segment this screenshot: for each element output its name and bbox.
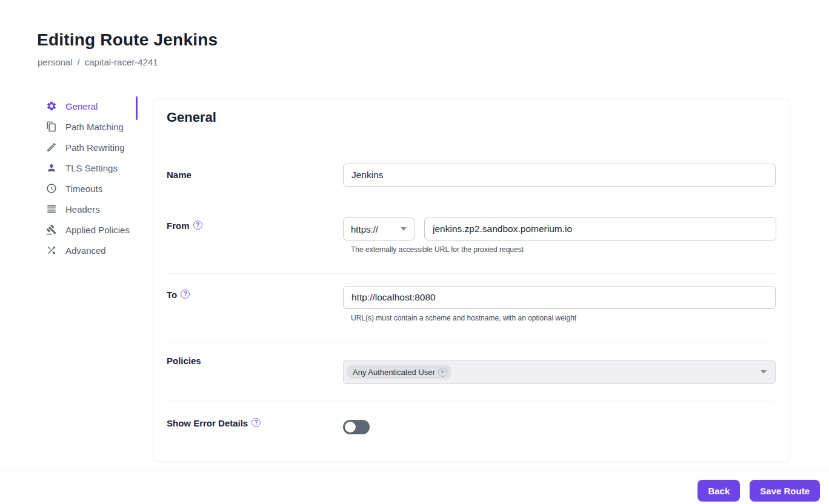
name-input[interactable] [343,164,776,187]
toggle-knob [345,422,356,433]
gavel-icon [46,224,57,235]
policies-label: Policies [167,356,336,366]
breadcrumb: personal / capital-racer-4241 [38,57,158,67]
policy-chip-label: Any Authenticated User [353,368,435,377]
pencil-icon [46,142,57,153]
sidebar-item-headers[interactable]: Headers [46,199,136,219]
breadcrumb-separator: / [78,57,80,67]
person-icon [46,162,57,173]
sidebar-item-label: Path Matching [65,122,124,132]
row-divider [167,342,776,342]
sidebar-active-indicator [136,96,138,120]
card-title: General [167,110,216,125]
edit-route-page: Editing Route Jenkins personal / capital… [0,0,829,504]
help-icon[interactable]: ? [251,418,261,427]
sidebar-item-label: Headers [65,204,100,214]
back-button[interactable]: Back [697,480,740,502]
show-error-details-label: Show Error Details? [167,418,336,428]
footer-actions: Back Save Route [697,480,820,502]
sidebar-item-label: Path Rewriting [65,142,125,153]
card-header: General [153,99,790,136]
to-input[interactable] [343,286,776,309]
sidebar-item-general[interactable]: General [46,96,136,116]
sidebar-item-path-matching[interactable]: Path Matching [46,116,136,137]
help-icon[interactable]: ? [181,290,190,299]
from-scheme-select[interactable]: https:// [343,217,414,240]
row-divider [167,400,776,400]
sidebar-item-label: Advanced [65,245,106,256]
from-scheme-value: https:// [351,224,378,234]
from-label: From? [167,220,336,231]
name-label: Name [167,170,336,180]
row-divider [167,205,776,205]
sidebar-item-label: TLS Settings [65,163,118,173]
settings-sidebar: General Path Matching Path Rewriting TLS… [46,96,136,260]
sidebar-item-applied-policies[interactable]: Applied Policies [46,219,136,240]
row-divider [167,273,776,274]
page-title: Editing Route Jenkins [37,30,218,50]
sidebar-item-tls-settings[interactable]: TLS Settings [46,158,136,178]
save-route-button[interactable]: Save Route [750,480,820,502]
sidebar-item-label: Applied Policies [65,225,130,235]
gear-icon [46,101,57,111]
breadcrumb-namespace[interactable]: personal [38,57,73,67]
general-settings-card: General Name From? https:// The external… [153,99,790,462]
chip-delete-icon[interactable]: ✕ [438,368,447,377]
chevron-down-icon [761,370,767,374]
sidebar-item-timeouts[interactable]: Timeouts [46,178,136,199]
footer-divider [0,471,829,471]
chevron-down-icon [401,227,407,231]
from-host-input[interactable] [424,217,776,240]
help-icon[interactable]: ? [193,220,202,230]
copy-icon [46,121,57,132]
show-error-details-toggle[interactable] [343,420,370,434]
breadcrumb-route-id[interactable]: capital-racer-4241 [85,57,158,67]
sidebar-item-path-rewriting[interactable]: Path Rewriting [46,137,136,158]
clock-icon [46,183,57,194]
shuffle-icon [46,245,57,256]
policy-chip: Any Authenticated User ✕ [347,365,451,379]
list-icon [46,204,57,214]
to-label: To? [167,290,336,300]
sidebar-item-advanced[interactable]: Advanced [46,240,136,260]
sidebar-item-label: Timeouts [65,184,102,194]
from-helper-text: The externally accessible URL for the pr… [351,245,524,254]
to-helper-text: URL(s) must contain a scheme and hostnam… [351,314,576,322]
policies-select[interactable]: Any Authenticated User ✕ [343,360,776,384]
sidebar-item-label: General [65,101,98,111]
